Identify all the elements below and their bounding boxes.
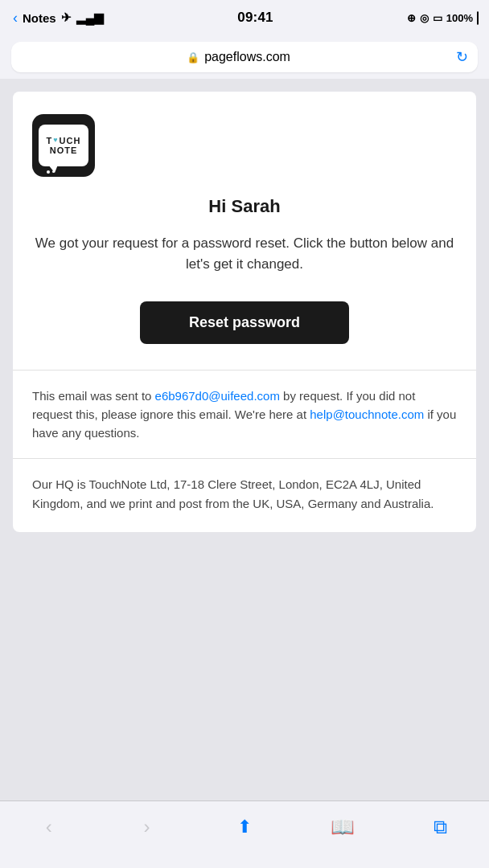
back-label[interactable]: Notes (23, 11, 56, 25)
logo-text-touch: T♥UCH (47, 136, 81, 145)
forward-nav-icon: › (143, 816, 150, 838)
logo-text-note: NOTE (50, 145, 78, 155)
signal-icon: ▂▄▆ (76, 10, 105, 25)
status-right: ⊕ ◎ ▭ 100% (407, 12, 479, 24)
airplane-mode-icon: ✈ (61, 10, 72, 25)
footer-section-1: This email was sent to e6b967d0@uifeed.c… (13, 371, 476, 459)
compass-icon: ◎ (420, 12, 429, 24)
status-left: ‹ Notes ✈ ▂▄▆ (13, 10, 104, 27)
tabs-button[interactable]: ⧉ (420, 809, 460, 845)
share-button[interactable]: ⬆ (224, 809, 265, 845)
bookmarks-button[interactable]: 📖 (323, 809, 363, 845)
greeting-heading: Hi Sarah (32, 196, 457, 217)
bottom-nav: ‹ › ⬆ 📖 ⧉ (0, 800, 489, 868)
status-bar: ‹ Notes ✈ ▂▄▆ 09:41 ⊕ ◎ ▭ 100% (0, 0, 489, 35)
battery-icon (477, 12, 479, 24)
share-icon: ⬆ (237, 817, 252, 837)
forward-button[interactable]: › (126, 809, 166, 845)
battery-percent: 100% (446, 12, 473, 24)
back-nav-icon: ‹ (46, 816, 52, 838)
email-card: T♥UCH NOTE Hi Sarah We got your request … (13, 92, 476, 532)
tabs-icon: ⧉ (434, 816, 447, 838)
logo-dots (47, 170, 55, 174)
lock-icon: 🔒 (187, 51, 199, 63)
status-time: 09:41 (237, 10, 273, 26)
main-content: T♥UCH NOTE Hi Sarah We got your request … (0, 79, 489, 545)
message-body: We got your request for a password reset… (32, 233, 457, 276)
location-icon: ⊕ (407, 12, 416, 24)
logo-speech-bubble: T♥UCH NOTE (39, 125, 88, 166)
address-bar: 🔒 pageflows.com ↻ (0, 35, 489, 79)
address-field[interactable]: 🔒 pageflows.com ↻ (11, 42, 478, 72)
screen-icon: ▭ (433, 12, 442, 24)
back-button[interactable]: ‹ (29, 809, 69, 845)
card-body: T♥UCH NOTE Hi Sarah We got your request … (13, 92, 476, 370)
hq-text: Our HQ is TouchNote Ltd, 17-18 Clere Str… (32, 475, 457, 513)
reload-icon[interactable]: ↻ (456, 48, 468, 66)
footer-email-link-1[interactable]: e6b967d0@uifeed.com (155, 389, 280, 403)
url-text: pageflows.com (204, 50, 290, 64)
footer-section-2: Our HQ is TouchNote Ltd, 17-18 Clere Str… (13, 459, 476, 532)
footer-email-link-2[interactable]: help@touchnote.com (310, 407, 424, 421)
bookmarks-icon: 📖 (331, 816, 355, 838)
logo-area: T♥UCH NOTE (32, 114, 457, 177)
reset-password-button[interactable]: Reset password (140, 301, 349, 344)
back-arrow-icon[interactable]: ‹ (13, 10, 18, 27)
footer-text-1: This email was sent to e6b967d0@uifeed.c… (32, 387, 457, 443)
touchnote-logo: T♥UCH NOTE (32, 114, 95, 177)
